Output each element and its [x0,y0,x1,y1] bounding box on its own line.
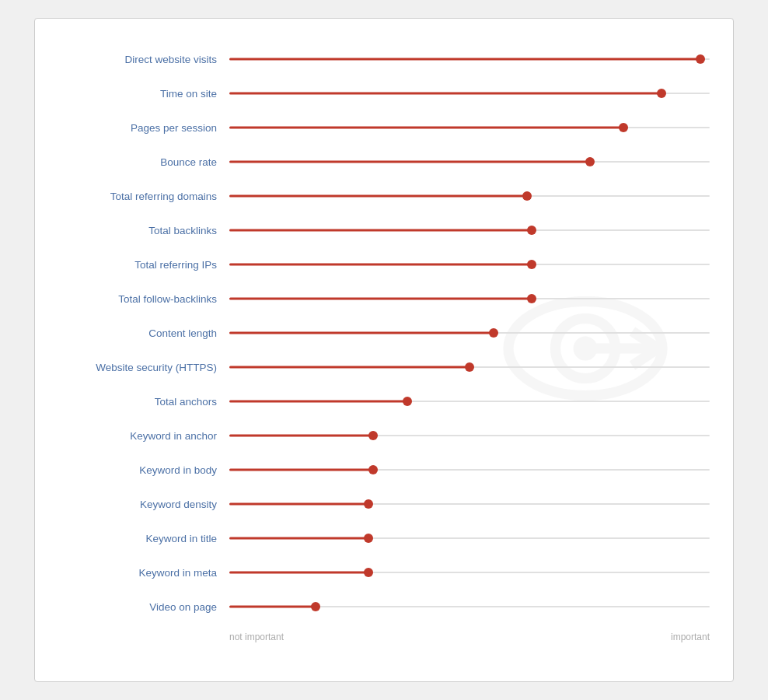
track-fill [229,435,373,437]
chart-row: Total referring IPs [58,247,710,282]
row-label: Time on site [58,88,229,100]
axis-labels: not important important [58,632,710,642]
chart-row: Keyword density [58,487,710,521]
track-fill [229,264,532,266]
track-dot [364,534,373,543]
chart-row: Total backlinks [58,213,710,247]
track-fill [229,58,700,61]
row-track [229,229,710,232]
row-track [229,160,710,163]
row-label: Keyword in meta [58,567,229,579]
track-dot [527,294,536,303]
chart-row: Total referring domains [58,179,710,213]
chart-row: Video on page [58,590,710,624]
track-fill [229,469,373,471]
track-dot [527,226,536,235]
track-dot [368,465,378,474]
track-fill [229,127,623,129]
chart-row: Keyword in anchor [58,418,710,453]
track-dot [489,328,498,338]
row-label: Direct website visits [58,54,229,65]
chart-row: Direct website visits [58,42,710,76]
track-dot [696,54,705,64]
row-track [229,571,710,574]
track-dot [619,123,628,132]
chart-row: Website security (HTTPS) [58,350,710,384]
track-dot [364,568,373,577]
track-fill [229,332,494,334]
track-fill [229,93,662,95]
chart-row: Total anchors [58,384,710,418]
track-dot [657,89,666,98]
track-dot [368,431,378,440]
track-fill [229,537,368,540]
row-label: Total anchors [58,396,229,408]
chart-row: Content length [58,316,710,350]
row-label: Total referring IPs [58,259,229,271]
track-dot [585,157,595,166]
row-track [229,263,710,266]
row-track [229,297,710,300]
row-label: Content length [58,327,229,339]
row-label: Pages per session [58,122,229,134]
row-track [229,468,710,471]
row-label: Bounce rate [58,156,229,168]
row-track [229,366,710,369]
row-label: Total backlinks [58,225,229,236]
chart-row: Pages per session [58,110,710,145]
track-dot [465,362,474,372]
chart-row: Keyword in title [58,521,710,555]
chart-row: Total follow-backlinks [58,282,710,316]
track-dot [522,191,532,201]
row-label: Keyword density [58,499,229,510]
track-dot [403,397,412,406]
track-dot [364,499,373,509]
track-fill [229,503,368,506]
row-label: Video on page [58,601,229,613]
track-fill [229,195,527,198]
row-track [229,502,710,506]
track-dot [527,260,536,269]
row-track [229,537,710,540]
track-fill [229,366,470,369]
row-track [229,434,710,437]
chart-row: Time on site [58,76,710,110]
chart-rows: Direct website visitsTime on sitePages p… [58,42,710,624]
axis-left-label: not important [229,632,284,642]
chart-container: Direct website visitsTime on sitePages p… [34,18,734,682]
row-label: Keyword in title [58,533,229,544]
chart-row: Keyword in body [58,453,710,487]
row-label: Website security (HTTPS) [58,362,229,373]
row-label: Keyword in anchor [58,430,229,442]
axis-right-label: important [671,632,710,642]
chart-row: Keyword in meta [58,555,710,590]
row-track [229,400,710,403]
row-track [229,331,710,334]
track-fill [229,161,590,163]
row-track [229,58,710,61]
track-dot [311,602,320,611]
row-track [229,92,710,95]
row-label: Total referring domains [58,191,229,202]
track-fill [229,606,316,608]
row-label: Total follow-backlinks [58,293,229,305]
track-fill [229,298,532,300]
row-track [229,126,710,129]
row-label: Keyword in body [58,464,229,476]
row-track [229,605,710,608]
chart-row: Bounce rate [58,145,710,179]
track-fill [229,401,407,403]
track-fill [229,229,532,232]
row-track [229,194,710,198]
track-fill [229,572,368,574]
